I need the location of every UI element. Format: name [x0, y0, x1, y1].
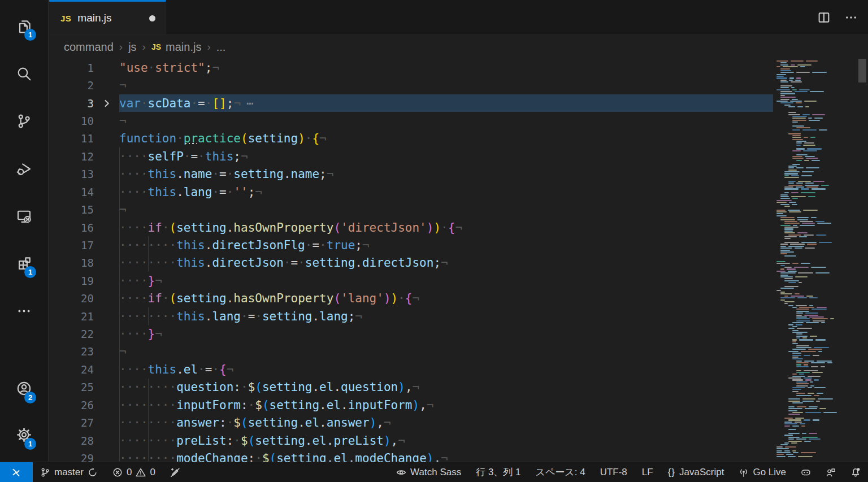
bell-dot-icon [850, 467, 861, 477]
code-line[interactable]: 26········inputForm:·$(setting.el.inputF… [49, 396, 868, 414]
code-line[interactable]: 21········this.lang·=·setting.lang;¬ [49, 307, 868, 325]
code-line[interactable]: 13····this.name·=·setting.name;¬ [49, 166, 868, 183]
status-label: 0 [127, 467, 132, 478]
status-feedback[interactable] [818, 462, 843, 482]
line-number[interactable]: 15 [49, 203, 94, 216]
code-line[interactable]: 16····if·(setting.hasOwnProperty('direct… [49, 219, 868, 236]
status-encoding[interactable]: UTF-8 [593, 462, 635, 482]
status-copilot[interactable] [793, 462, 818, 482]
line-number[interactable]: 21 [49, 310, 94, 323]
code-line[interactable]: 18········this.directJson·=·setting.dire… [49, 254, 868, 272]
sidebar-item-source-control[interactable] [0, 97, 48, 145]
line-number[interactable]: 17 [49, 239, 94, 251]
sidebar-item-remote-explorer[interactable] [0, 192, 48, 240]
line-number[interactable]: 29 [49, 452, 94, 462]
status-language-mode[interactable]: {}JavaScript [661, 462, 732, 482]
line-number[interactable]: 12 [49, 150, 94, 163]
code-line[interactable]: 23¬ [49, 343, 868, 361]
status-bar-right: Watch Sass行 3、列 1スペース: 4UTF-8LF{}JavaScr… [389, 462, 868, 482]
line-number[interactable]: 13 [49, 168, 94, 180]
code-line[interactable]: 10¬ [49, 112, 868, 129]
line-number[interactable]: 2 [49, 79, 94, 92]
line-number[interactable]: 3 [49, 97, 94, 110]
search-icon [16, 66, 32, 81]
code-line[interactable]: 24····this.el·=·{¬ [49, 361, 868, 378]
sidebar-item-explorer[interactable]: 1 [0, 2, 48, 50]
scrollbar-thumb[interactable] [858, 59, 866, 82]
line-number[interactable]: 20 [49, 292, 94, 305]
sidebar-item-run-debug[interactable] [0, 145, 48, 192]
status-go-live[interactable]: Go Live [731, 462, 793, 482]
status-watch-sass[interactable]: Watch Sass [389, 462, 468, 482]
code-line[interactable]: 22····}¬ [49, 325, 868, 342]
sidebar-item-settings[interactable]: 1 [0, 411, 48, 458]
code-line[interactable]: 20····if·(setting.hasOwnProperty('lang')… [49, 289, 868, 307]
vertical-scrollbar[interactable] [858, 59, 867, 462]
split-editor-button[interactable] [817, 11, 831, 24]
status-indentation[interactable]: スペース: 4 [528, 462, 593, 482]
code-line[interactable]: 28········preList:·$(setting.el.preList)… [49, 432, 868, 449]
braces-icon: {} [668, 467, 675, 478]
status-eol[interactable]: LF [635, 462, 661, 482]
tab-main-js[interactable]: JS main.js [49, 0, 166, 34]
line-number[interactable]: 19 [49, 275, 94, 287]
status-remote-indicator[interactable] [0, 462, 33, 482]
remote-icon [11, 467, 21, 477]
status-git-branch[interactable]: master [33, 462, 105, 482]
code-text: ····}¬ [119, 274, 162, 288]
code-line[interactable]: 11function·practice(setting)·{¬ [49, 130, 868, 147]
status-problems[interactable]: 00 [105, 462, 163, 482]
breadcrumb-item-[interactable]: ... [216, 41, 226, 54]
breadcrumb-item-js[interactable]: js [128, 41, 136, 54]
code-text: ¬ [119, 114, 127, 128]
code-line[interactable]: 2¬ [49, 76, 868, 94]
code-line[interactable]: 15¬ [49, 201, 868, 218]
sidebar-item-extensions[interactable]: 1 [0, 240, 48, 287]
more-actions-button[interactable] [844, 11, 858, 24]
line-number[interactable]: 1 [49, 62, 94, 74]
code-line[interactable]: 1"use·strict";¬ [49, 59, 868, 76]
code-text: ········this.directJsonFlg·=·true;¬ [119, 238, 370, 252]
code-line[interactable]: 29········modeChange:·$(setting.el.modeC… [49, 449, 868, 462]
code-line[interactable]: 27········answer:·$(setting.el.answer),¬ [49, 414, 868, 431]
code-line[interactable]: 3var·scData·=·[];¬⋯ [49, 94, 868, 112]
line-number[interactable]: 25 [49, 381, 94, 393]
line-number[interactable]: 11 [49, 132, 94, 145]
activity-bar: 1121 [0, 0, 49, 462]
sidebar-item-accounts[interactable]: 2 [0, 365, 48, 411]
line-number[interactable]: 28 [49, 435, 94, 447]
code-line[interactable]: 25········question:·$(setting.el.questio… [49, 379, 868, 396]
code-line[interactable]: 12····selfP·=·this;¬ [49, 147, 868, 165]
code-text: function·practice(setting)·{¬ [119, 132, 327, 145]
code-editor[interactable]: 1"use·strict";¬2¬3var·scData·=·[];¬⋯10¬1… [49, 59, 868, 462]
line-number[interactable]: 27 [49, 416, 94, 429]
fold-chevron-icon[interactable] [94, 98, 119, 109]
status-notifications[interactable] [843, 462, 868, 482]
line-number[interactable]: 18 [49, 257, 94, 269]
js-file-icon: JS [60, 14, 71, 23]
vscode-window: { "colors":{ "accent":"#0078d4","editor_… [0, 0, 868, 482]
code-line[interactable]: 14····this.lang·=·'';¬ [49, 183, 868, 201]
code-text: ····if·(setting.hasOwnProperty('lang'))·… [119, 292, 419, 305]
status-cursor-position[interactable]: 行 3、列 1 [468, 462, 528, 482]
modified-dot-icon[interactable] [149, 15, 155, 21]
line-number[interactable]: 26 [49, 399, 94, 411]
status-format-toggle[interactable] [163, 462, 188, 482]
breadcrumb-item-mainjs[interactable]: JSmain.js [151, 41, 201, 54]
line-number[interactable]: 23 [49, 345, 94, 358]
line-number[interactable]: 16 [49, 222, 94, 234]
sidebar-item-search[interactable] [0, 50, 48, 97]
status-label: master [54, 467, 84, 478]
code-line[interactable]: 19····}¬ [49, 272, 868, 289]
line-number[interactable]: 14 [49, 186, 94, 198]
code-text: ¬ [119, 345, 127, 358]
line-number[interactable]: 24 [49, 363, 94, 376]
minimap[interactable] [774, 59, 857, 462]
code-text: "use·strict";¬ [119, 61, 219, 75]
breadcrumb-item-command[interactable]: command [64, 41, 114, 54]
line-number[interactable]: 10 [49, 115, 94, 127]
code-line[interactable]: 17········this.directJsonFlg·=·true;¬ [49, 236, 868, 254]
line-number[interactable]: 22 [49, 328, 94, 340]
code-text: ········preList:·$(setting.el.preList),¬ [119, 434, 405, 448]
sidebar-item-more[interactable] [0, 287, 48, 335]
